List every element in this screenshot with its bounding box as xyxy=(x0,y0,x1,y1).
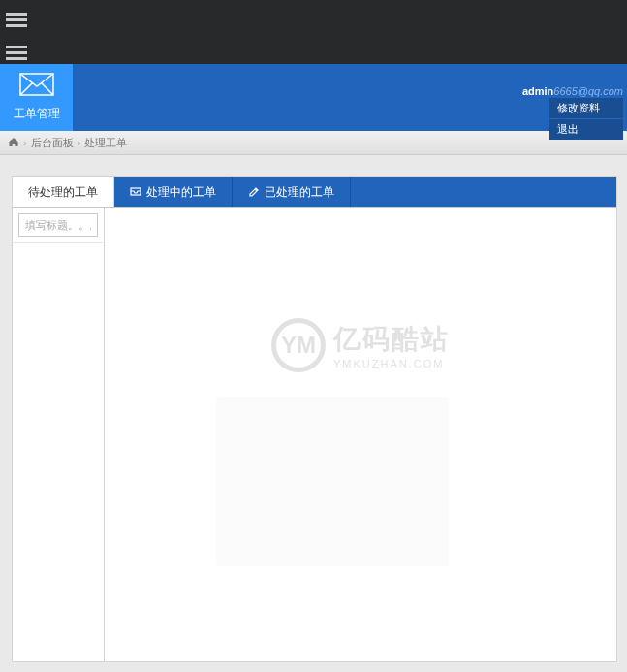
tab-label: 处理中的工单 xyxy=(146,184,216,201)
logout-link[interactable]: 退出 xyxy=(549,119,623,140)
main-area: YM 亿码酷站 YMKUZHAN.COM xyxy=(105,208,616,661)
module-label: 工单管理 xyxy=(14,106,60,122)
breadcrumb-home[interactable]: 后台面板 xyxy=(31,136,74,150)
title-search-input[interactable] xyxy=(18,213,98,237)
watermark-main: 亿码酷站 xyxy=(333,321,450,358)
watermark-logo: YM xyxy=(271,318,326,372)
hamburger-menu-sidebar[interactable] xyxy=(6,39,27,67)
watermark: YM 亿码酷站 YMKUZHAN.COM xyxy=(271,318,450,372)
user-info: admin6665@qq.com xyxy=(522,85,623,97)
top-bar xyxy=(0,0,627,64)
watermark-sub: YMKUZHAN.COM xyxy=(333,358,450,369)
tabs: 待处理的工单 处理中的工单 已处理的工单 xyxy=(13,177,616,208)
user-name: admin xyxy=(522,85,553,97)
tab-panel: 待处理的工单 处理中的工单 已处理的工单 xyxy=(12,176,617,662)
edit-icon xyxy=(248,185,265,200)
breadcrumb-current: 处理工单 xyxy=(84,136,127,150)
content: 待处理的工单 处理中的工单 已处理的工单 xyxy=(0,155,627,662)
search-box xyxy=(13,208,104,243)
module-card[interactable]: 工单管理 xyxy=(0,64,73,131)
home-icon[interactable] xyxy=(8,137,19,149)
chevron-right-icon: › xyxy=(78,137,81,148)
tab-processing[interactable]: 处理中的工单 xyxy=(114,177,233,207)
header-right: admin6665@qq.com 修改资料 退出 xyxy=(73,64,627,131)
panel-body: YM 亿码酷站 YMKUZHAN.COM xyxy=(13,208,616,661)
tab-label: 待处理的工单 xyxy=(28,184,98,201)
user-menu: 修改资料 退出 xyxy=(549,98,623,141)
ghost-placeholder xyxy=(216,397,449,566)
chevron-right-icon: › xyxy=(23,137,27,148)
tab-pending[interactable]: 待处理的工单 xyxy=(13,177,114,207)
user-email: 6665@qq.com xyxy=(553,85,623,97)
inbox-icon xyxy=(130,185,146,200)
breadcrumb: › 后台面板 › 处理工单 xyxy=(0,131,627,155)
header: 工单管理 admin6665@qq.com 修改资料 退出 xyxy=(0,64,627,131)
tab-done[interactable]: 已处理的工单 xyxy=(233,177,351,207)
envelope-icon xyxy=(19,73,54,100)
side-panel xyxy=(13,208,105,661)
edit-profile-link[interactable]: 修改资料 xyxy=(549,98,623,118)
tab-label: 已处理的工单 xyxy=(265,184,334,201)
hamburger-menu-top[interactable] xyxy=(6,6,27,34)
